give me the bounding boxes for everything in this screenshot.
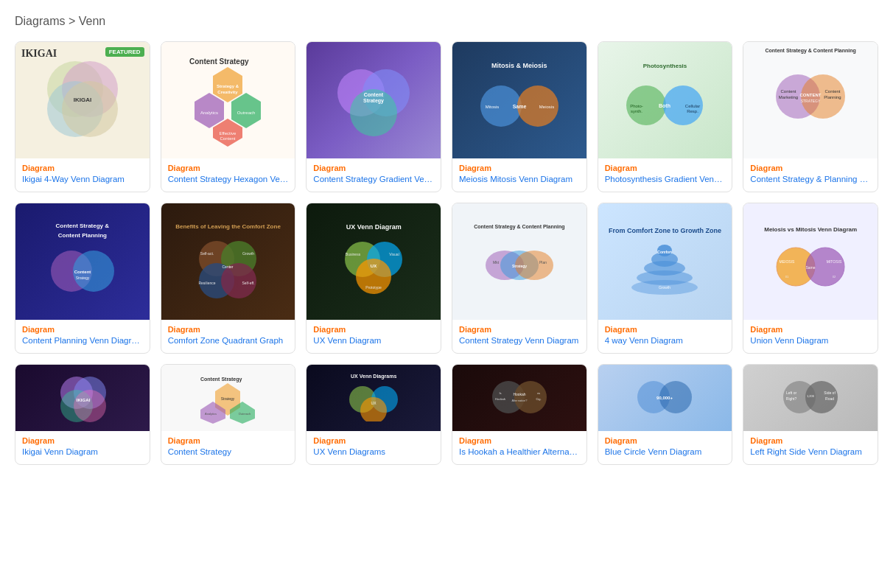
card-type-ikigai2: Diagram [22, 436, 143, 445]
svg-text:Effective: Effective [220, 131, 237, 136]
svg-text:Content: Content [220, 136, 236, 141]
card-4way[interactable]: From Comfort Zone to Growth Zone Comfort… [598, 203, 733, 354]
svg-text:Hookah: Hookah [513, 392, 525, 396]
svg-text:Side of: Side of [824, 391, 836, 395]
svg-text:Strategy &: Strategy & [217, 84, 239, 88]
card-title-ikigai2[interactable]: Ikigai Venn Diagram [22, 447, 143, 458]
card-content-strategy-hex[interactable]: Content Strategy Strategy & Creativity A… [161, 41, 296, 192]
csp-svg: Content Marketing Content Planning CONTE… [770, 56, 851, 137]
card-title-photo[interactable]: Photosynthesis Gradient Venn D... [605, 174, 726, 185]
card-comfort-zone[interactable]: Benefits of Leaving the Comfort Zone Cen… [161, 203, 296, 354]
card-left-right[interactable]: Left or Right? Side of Road 1,206 Diagra… [743, 364, 878, 465]
card-thumb-ikigai: FEATURED IKIGAI IKIGAI [15, 42, 150, 158]
card-title-csv[interactable]: Content Strategy Venn Diagram [459, 335, 580, 346]
card-content-planning-top[interactable]: Content Strategy & Content Planning Cont… [743, 41, 878, 192]
card-type-meiosis: Diagram [459, 164, 580, 172]
svg-text:Hookah: Hookah [495, 397, 505, 401]
svg-text:Planning: Planning [824, 95, 841, 99]
svg-text:01: 01 [785, 275, 789, 279]
card-content-planning-venn[interactable]: Content Strategy & Content Planning Cont… [15, 203, 150, 354]
card-title-ikigai[interactable]: Ikigai 4-Way Venn Diagram [22, 174, 143, 185]
breadcrumb-parent[interactable]: Diagrams [15, 15, 65, 27]
svg-text:Resilience: Resilience [199, 281, 216, 285]
ux-svg: UX Business Visual Prototype [337, 234, 410, 300]
card-ikigai[interactable]: FEATURED IKIGAI IKIGAI Diagram Ikigai 4-… [15, 41, 150, 192]
card-title-ux[interactable]: UX Venn Diagram [313, 335, 434, 346]
card-thumb-4way: From Comfort Zone to Growth Zone Comfort… [598, 203, 732, 320]
card-thumb-hookah: Hookah Alternative? Is vs Hookah Cig. [452, 365, 586, 431]
hex-svg: Content Strategy Strategy & Creativity A… [183, 52, 272, 148]
union-svg: MEIOSIS MITOSIS Same 01 02 [774, 237, 847, 296]
svg-text:synth.: synth. [631, 109, 642, 113]
svg-text:Strategy: Strategy [363, 98, 384, 104]
card-type-union: Diagram [750, 325, 871, 334]
card-thumb-blue: 90,000+ [598, 365, 732, 431]
svg-text:Same: Same [512, 104, 526, 109]
card-thumb-csp: Content Strategy & Content Planning Cont… [743, 42, 878, 158]
card-title-hookah[interactable]: Is Hookah a Healthier Alternative... [459, 447, 580, 458]
card-body-gradient: Diagram Content Strategy Gradient Venn..… [307, 158, 441, 192]
card-blue-circle[interactable]: 90,000+ Diagram Blue Circle Venn Diagram [598, 364, 733, 465]
card-title-hex[interactable]: Content Strategy Hexagon Venn... [168, 174, 289, 185]
comfort-svg: Center Self-act. Growth Resilience Self-… [191, 233, 265, 299]
card-meiosis[interactable]: Mitosis & Meiosis Same Mitosis Meiosis D… [452, 41, 587, 192]
card-content-strategy-venn[interactable]: Content Strategy & Content Planning Stra… [452, 203, 587, 354]
svg-text:Outreach: Outreach [237, 111, 256, 115]
card-type-photo: Diagram [605, 164, 726, 172]
ikigai2-svg: IKIGAI [53, 372, 112, 424]
meiosis-svg: Same Mitosis Meiosis [479, 73, 560, 139]
breadcrumb-separator: > [65, 15, 78, 27]
svg-text:Strategy: Strategy [512, 264, 527, 268]
card-title-cpv[interactable]: Content Planning Venn Diagram [22, 335, 143, 346]
card-title-4way[interactable]: 4 way Venn Diagram [605, 335, 726, 346]
svg-text:Cellular: Cellular [685, 104, 700, 108]
svg-text:Resp.: Resp. [687, 109, 699, 113]
gradient-venn-svg: Content Strategy [333, 60, 414, 141]
card-hookah[interactable]: Hookah Alternative? Is vs Hookah Cig. Di… [452, 364, 587, 465]
card-title-cs2[interactable]: Content Strategy [168, 447, 289, 458]
card-title-blue[interactable]: Blue Circle Venn Diagram [605, 447, 726, 458]
svg-text:Meiosis: Meiosis [539, 105, 554, 109]
card-content-strategy2[interactable]: Content Strategy Strategy Analytics Outr… [161, 364, 296, 465]
card-title-ux2[interactable]: UX Venn Diagrams [313, 447, 434, 458]
card-photosynthesis[interactable]: Photosynthesis Both Photo- synth. Cellul… [598, 41, 733, 192]
card-body-csp: Diagram Content Strategy & Planning Ve..… [743, 158, 878, 192]
card-title-comfort[interactable]: Comfort Zone Quadrant Graph [168, 335, 289, 346]
svg-text:Content: Content [825, 89, 841, 94]
card-body-ikigai: Diagram Ikigai 4-Way Venn Diagram [15, 158, 150, 192]
svg-text:UX: UX [371, 401, 377, 405]
card-title-gradient[interactable]: Content Strategy Gradient Venn... [313, 174, 434, 185]
card-title-csp[interactable]: Content Strategy & Planning Ve... [750, 174, 871, 185]
photo-svg: Both Photo- synth. Cellular Resp. [624, 72, 705, 139]
card-content-gradient[interactable]: Content Strategy Diagram Content Strateg… [306, 41, 441, 192]
card-ikigai2[interactable]: IKIGAI Diagram Ikigai Venn Diagram [15, 364, 150, 465]
card-thumb-union: Meiosis vs Mitosis Venn Diagram MEIOSIS … [743, 203, 878, 320]
svg-text:Photo-: Photo- [631, 104, 644, 108]
card-title-union[interactable]: Union Venn Diagram [750, 335, 871, 346]
svg-text:Strategy: Strategy [76, 276, 90, 280]
card-title-lr[interactable]: Left Right Side Venn Diagram [750, 447, 871, 458]
svg-text:Mitosis: Mitosis [485, 105, 499, 109]
svg-text:Both: Both [659, 103, 671, 108]
card-thumb-cpv: Content Strategy & Content Planning Cont… [15, 203, 150, 320]
card-ux-venn2[interactable]: UX Venn Diagrams UX Diagram UX Venn Diag… [306, 364, 441, 465]
card-body-ux2: Diagram UX Venn Diagrams [307, 431, 441, 464]
card-type-ux2: Diagram [313, 436, 434, 445]
card-body-blue: Diagram Blue Circle Venn Diagram [598, 431, 732, 464]
card-body-cpv: Diagram Content Planning Venn Diagram [15, 320, 150, 353]
svg-text:Visual: Visual [389, 252, 399, 256]
card-union[interactable]: Meiosis vs Mitosis Venn Diagram MEIOSIS … [743, 203, 878, 354]
cs2-svg: Content Strategy Strategy Analytics Outr… [195, 372, 261, 424]
card-body-hookah: Diagram Is Hookah a Healthier Alternativ… [452, 431, 586, 464]
card-thumb-ux: UX Venn Diagram UX Business Visual Proto… [307, 203, 441, 320]
svg-text:Comfort: Comfort [658, 250, 673, 254]
card-body-ux: Diagram UX Venn Diagram [307, 320, 441, 353]
card-type-comfort: Diagram [168, 325, 289, 334]
card-title-meiosis[interactable]: Meiosis Mitosis Venn Diagram [459, 174, 580, 185]
card-type-hex: Diagram [168, 164, 289, 172]
card-ux-venn[interactable]: UX Venn Diagram UX Business Visual Proto… [306, 203, 441, 354]
svg-point-3 [62, 81, 118, 137]
ikigai-svg: IKIGAI [38, 56, 127, 144]
csv-svg: Strategy Mkt Plan [483, 232, 556, 298]
card-type-cpv: Diagram [22, 325, 143, 334]
